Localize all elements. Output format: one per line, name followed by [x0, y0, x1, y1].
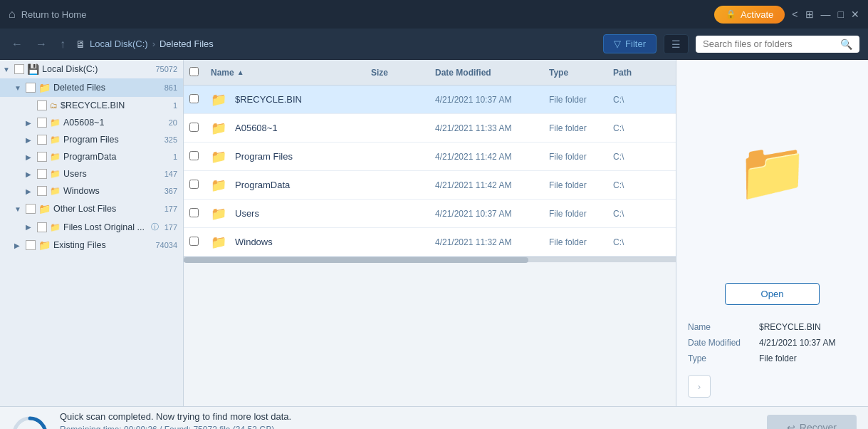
sidebar: ▼ 💾 Local Disk(C:) 75072 ▼ 📁 Deleted Fil…: [0, 60, 184, 406]
sidebar-item-a05608[interactable]: ▶ 📁 A05608~1 20: [0, 114, 183, 131]
row-date: 4/21/2021 10:37 AM: [435, 95, 549, 105]
checkbox-files-lost-original[interactable]: [37, 222, 47, 232]
checkbox-a05608[interactable]: [37, 118, 47, 128]
row-check[interactable]: [189, 94, 211, 105]
sidebar-item-count: 177: [164, 205, 177, 213]
header-date[interactable]: Date Modified: [435, 68, 549, 78]
sidebar-item-users[interactable]: ▶ 📁 Users 147: [0, 165, 183, 182]
sidebar-item-programdata[interactable]: ▶ 📁 ProgramData 1: [0, 148, 183, 165]
up-button[interactable]: ↑: [57, 35, 68, 53]
header-check[interactable]: [189, 67, 211, 78]
header-name[interactable]: Name ▲: [211, 68, 371, 78]
file-name-label: A05608~1: [235, 123, 278, 133]
file-name-label: Program Files: [235, 151, 293, 162]
header-type[interactable]: Type: [549, 68, 613, 78]
sidebar-item-count: 367: [164, 187, 177, 195]
row-path: C:\: [613, 123, 670, 133]
row-check[interactable]: [189, 180, 211, 191]
preview-arrow-button[interactable]: ›: [688, 375, 711, 398]
sidebar-item-files-lost-original[interactable]: ▶ 📁 Files Lost Original ... ⓘ 177: [0, 218, 183, 236]
checkbox-programdata[interactable]: [37, 152, 47, 162]
row-name: 📁 Users: [211, 206, 371, 222]
folder-icon: 📁: [50, 186, 61, 196]
checkbox-deleted-files[interactable]: [26, 83, 36, 93]
sidebar-item-local-disk[interactable]: ▼ 💾 Local Disk(C:) 75072: [0, 60, 183, 78]
grid-icon[interactable]: ⊞: [805, 9, 814, 20]
checkbox-local-disk[interactable]: [14, 64, 24, 74]
table-row[interactable]: 📁 $RECYCLE.BIN 4/21/2021 10:37 AM File f…: [184, 86, 676, 114]
expand-icon: ▼: [14, 84, 23, 92]
row-check[interactable]: [189, 151, 211, 162]
titlebar: ⌂ Return to Home 🔒 Activate < ⊞ — □ ✕: [0, 0, 868, 29]
horizontal-scrollbar[interactable]: [184, 257, 676, 262]
breadcrumb-disk[interactable]: Local Disk(C:): [90, 38, 148, 49]
back-button[interactable]: ←: [9, 35, 26, 53]
return-home-label[interactable]: Return to Home: [21, 9, 87, 20]
sidebar-item-program-files[interactable]: ▶ 📁 Program Files 325: [0, 131, 183, 148]
activate-button[interactable]: 🔒 Activate: [714, 6, 785, 24]
table-row[interactable]: 📁 Users 4/21/2021 10:37 AM File folder C…: [184, 200, 676, 228]
search-input[interactable]: [703, 38, 836, 49]
table-row[interactable]: 📁 Program Files 4/21/2021 11:42 AM File …: [184, 143, 676, 171]
table-row[interactable]: 📁 ProgramData 4/21/2021 11:42 AM File fo…: [184, 171, 676, 200]
select-all-checkbox[interactable]: [189, 67, 199, 76]
maximize-icon[interactable]: □: [838, 9, 844, 20]
open-button[interactable]: Open: [725, 283, 820, 305]
sidebar-item-label: Windows: [63, 186, 159, 196]
folder-icon: 📁: [38, 203, 51, 214]
forward-button[interactable]: →: [33, 35, 50, 53]
breadcrumb-sep: ›: [152, 38, 155, 49]
row-path: C:\: [613, 95, 670, 105]
preview-name-key: Name: [688, 322, 759, 332]
sidebar-item-label: Program Files: [63, 135, 159, 145]
row-check[interactable]: [189, 123, 211, 134]
share-icon[interactable]: <: [792, 9, 798, 20]
checkbox-windows[interactable]: [37, 186, 47, 196]
recover-button[interactable]: ↩ Recover: [767, 415, 857, 430]
big-folder-icon: 📁: [737, 138, 808, 205]
sidebar-item-windows[interactable]: ▶ 📁 Windows 367: [0, 182, 183, 200]
sidebar-item-count: 75072: [155, 65, 177, 73]
table-row[interactable]: 📁 A05608~1 4/21/2021 11:33 AM File folde…: [184, 114, 676, 143]
sidebar-item-recycle-bin[interactable]: 🗂 $RECYCLE.BIN 1: [0, 97, 183, 114]
statusbar: 32% Quick scan completed. Now trying to …: [0, 406, 868, 429]
expand-icon: ▶: [26, 153, 34, 161]
header-size[interactable]: Size: [371, 68, 435, 78]
sidebar-item-existing-files[interactable]: ▶ 📁 Existing Files 74034: [0, 236, 183, 254]
sidebar-item-label: Other Lost Files: [53, 204, 159, 214]
expand-icon: ▶: [26, 187, 34, 195]
file-name-label: Windows: [235, 237, 273, 247]
checkbox-other-lost[interactable]: [26, 204, 36, 214]
file-name-label: $RECYCLE.BIN: [235, 94, 302, 105]
minimize-icon[interactable]: —: [821, 9, 831, 20]
checkbox-users[interactable]: [37, 169, 47, 179]
status-message: Quick scan completed. Now trying to find…: [60, 411, 291, 422]
checkbox-program-files[interactable]: [37, 135, 47, 145]
filter-button[interactable]: ▽ Filter: [603, 34, 657, 53]
row-name: 📁 Windows: [211, 234, 371, 250]
filter-label: Filter: [625, 38, 646, 49]
sidebar-item-deleted-files[interactable]: ▼ 📁 Deleted Files 861: [0, 78, 183, 97]
preview-name-row: Name $RECYCLE.BIN: [688, 322, 857, 332]
filelist: Name ▲ Size Date Modified Type Path 📁 $R…: [184, 60, 676, 406]
checkbox-existing-files[interactable]: [26, 240, 36, 250]
menu-button[interactable]: ☰: [664, 34, 689, 54]
sidebar-item-label: ProgramData: [63, 152, 167, 162]
checkbox-recycle-bin[interactable]: [37, 100, 47, 110]
header-path[interactable]: Path: [613, 68, 670, 78]
close-icon[interactable]: ✕: [851, 9, 859, 20]
row-type: File folder: [549, 95, 613, 105]
row-check[interactable]: [189, 208, 211, 219]
sidebar-item-other-lost[interactable]: ▼ 📁 Other Lost Files 177: [0, 200, 183, 218]
info-icon[interactable]: ⓘ: [151, 222, 159, 232]
preview-type-key: Type: [688, 353, 759, 363]
scrollbar-thumb[interactable]: [184, 257, 528, 263]
main-area: ▼ 💾 Local Disk(C:) 75072 ▼ 📁 Deleted Fil…: [0, 60, 868, 406]
sort-icon: ▲: [237, 68, 244, 76]
row-check[interactable]: [189, 237, 211, 248]
folder-icon: 📁: [211, 234, 226, 250]
window-controls: < ⊞ — □ ✕: [792, 9, 859, 20]
preview-date-key: Date Modified: [688, 338, 759, 348]
table-row[interactable]: 📁 Windows 4/21/2021 11:32 AM File folder…: [184, 228, 676, 257]
file-name-label: ProgramData: [235, 180, 290, 190]
